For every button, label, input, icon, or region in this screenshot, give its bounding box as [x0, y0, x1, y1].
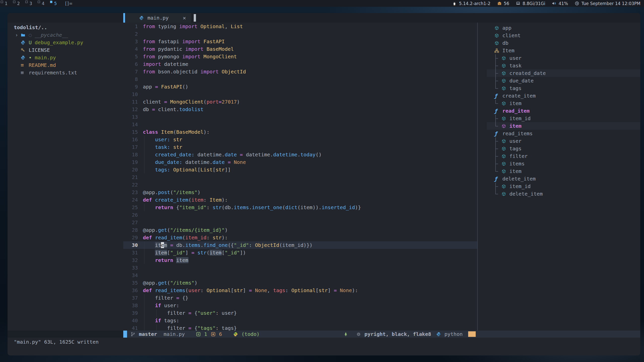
- file-row-main-py[interactable]: •main.py: [8, 54, 123, 61]
- symbol-client[interactable]: client: [478, 32, 640, 39]
- symbol-user[interactable]: user: [478, 54, 640, 62]
- variable-icon: [501, 139, 509, 144]
- code-line-37[interactable]: 37 filter = {}: [123, 294, 477, 302]
- symbol-Item[interactable]: Item: [478, 47, 640, 54]
- code-token: ):: [222, 235, 228, 241]
- code-line-15[interactable]: 15class Item(BaseModel):: [123, 128, 477, 136]
- code-line-32[interactable]: 32 return item: [123, 256, 477, 264]
- statusline-symbols: [477, 331, 640, 338]
- code-line-33[interactable]: 33: [123, 264, 477, 272]
- workspace-4[interactable]: 4: [37, 0, 49, 7]
- code-line-34[interactable]: 34: [123, 272, 477, 279]
- file-row-requirements-txt[interactable]: ≡requirements.txt: [8, 69, 123, 76]
- symbol-tags[interactable]: tags: [478, 145, 640, 152]
- symbol-user[interactable]: user: [478, 137, 640, 145]
- code-line-36[interactable]: 36def read_items(user: Optional[str] = N…: [123, 287, 477, 294]
- code-line-20[interactable]: 20 tags: Optional[List[str]]: [123, 166, 477, 173]
- workspace-3[interactable]: 3: [25, 0, 37, 7]
- line-number: 1: [123, 23, 138, 30]
- line-number: 5: [123, 53, 138, 60]
- tab-main-py[interactable]: main.py ×: [125, 13, 191, 23]
- symbol-create_item[interactable]: ƒcreate_item: [478, 92, 640, 100]
- code-line-17[interactable]: 17 task: str: [123, 143, 477, 151]
- tree-connector: [494, 62, 501, 69]
- code-line-14[interactable]: 14: [123, 121, 477, 128]
- code-line-40[interactable]: 40 if tags:: [123, 317, 477, 324]
- variable-icon: [501, 146, 509, 151]
- code-editor[interactable]: 1from typing import Optional, List23from…: [123, 23, 477, 331]
- code-line-21[interactable]: 21: [123, 173, 477, 181]
- code-token: (): [182, 84, 188, 90]
- variable-icon: [494, 26, 502, 30]
- symbol-app[interactable]: app: [478, 24, 640, 32]
- code-line-28[interactable]: 28@app.get("/items/{item_id}"): [123, 226, 477, 234]
- code-line-25[interactable]: 25 return {"item_id": str(db.items.inser…: [123, 204, 477, 211]
- tab-close-icon[interactable]: ×: [183, 15, 186, 21]
- file-row-readme-md[interactable]: ≡README.md: [8, 61, 123, 69]
- line-number: 22: [123, 181, 138, 189]
- symbol-delete_item[interactable]: delete_item: [478, 190, 640, 198]
- code-line-1[interactable]: 1from typing import Optional, List: [123, 23, 477, 30]
- symbol-item[interactable]: item: [478, 167, 640, 175]
- file-tree-root[interactable]: todolist/..: [8, 24, 123, 31]
- code-line-35[interactable]: 35@app.get("/items"): [123, 279, 477, 287]
- symbol-filter[interactable]: filter: [478, 152, 640, 160]
- symbol-delete_item[interactable]: ƒdelete_item: [478, 175, 640, 183]
- code-line-13[interactable]: 13: [123, 113, 477, 121]
- workspace-1[interactable]: 1: [0, 0, 12, 7]
- symbol-read_item[interactable]: ƒread_item: [478, 107, 640, 115]
- code-line-30[interactable]: 30 item = db.items.find_one({"_id": Obje…: [123, 241, 477, 249]
- code-line-31[interactable]: 31 item["_id"] = str(item["_id"]): [123, 249, 477, 256]
- git-branch-name[interactable]: master: [139, 331, 157, 337]
- code-token: ({: [228, 242, 234, 248]
- symbol-due_date[interactable]: due_date: [478, 77, 640, 84]
- symbol-items[interactable]: items: [478, 160, 640, 167]
- code-text: if tags:: [143, 317, 477, 324]
- code-line-22[interactable]: 22: [123, 181, 477, 189]
- code-line-10[interactable]: 10: [123, 90, 477, 98]
- code-line-24[interactable]: 24def create_item(item: Item):: [123, 196, 477, 204]
- code-token: fastapi: [155, 38, 182, 44]
- code-line-6[interactable]: 6import datetime: [123, 60, 477, 68]
- file-row--pycache-[interactable]: ›◌__pycache__: [8, 31, 123, 39]
- code-line-5[interactable]: 5from pymongo import MongoClient: [123, 53, 477, 60]
- code-token: import: [182, 38, 200, 44]
- symbol-read_items[interactable]: ƒread_items: [478, 130, 640, 137]
- symbol-item[interactable]: item: [478, 122, 640, 130]
- code-line-39[interactable]: 39 filter = {"user": user}: [123, 309, 477, 317]
- line-number: 21: [123, 173, 138, 181]
- code-line-26[interactable]: 26: [123, 211, 477, 219]
- code-line-29[interactable]: 29def read_item(item_id: str):: [123, 234, 477, 241]
- code-line-3[interactable]: 3from fastapi import FastAPI: [123, 38, 477, 45]
- code-line-41[interactable]: 41 filter = {"tags": tags}: [123, 324, 477, 331]
- code-line-11[interactable]: 11client = MongoClient(port=27017): [123, 98, 477, 106]
- function-icon: ƒ: [494, 108, 502, 114]
- variable-icon: [501, 116, 509, 121]
- code-line-27[interactable]: 27: [123, 219, 477, 226]
- tree-connector: [494, 137, 501, 145]
- code-line-12[interactable]: 12db = client.todolist: [123, 106, 477, 113]
- code-line-19[interactable]: 19 due_date: datetime.date = None: [123, 158, 477, 166]
- symbol-item_id[interactable]: item_id: [478, 183, 640, 190]
- code-line-4[interactable]: 4from pydantic import BaseModel: [123, 45, 477, 53]
- code-token: ): [194, 280, 197, 286]
- symbol-db[interactable]: db: [478, 39, 640, 47]
- symbol-created_date[interactable]: created_date: [478, 69, 640, 77]
- code-line-16[interactable]: 16 user: str: [123, 136, 477, 143]
- code-line-23[interactable]: 23@app.post("/items"): [123, 189, 477, 196]
- symbol-tags[interactable]: tags: [478, 84, 640, 92]
- file-row-debug-example-py[interactable]: Udebug_example.py: [8, 39, 123, 46]
- code-line-18[interactable]: 18 created_date: datetime.date = datetim…: [123, 151, 477, 158]
- symbol-item[interactable]: item: [478, 100, 640, 107]
- code-line-9[interactable]: 9app = FastAPI(): [123, 83, 477, 90]
- symbol-item_id[interactable]: item_id: [478, 115, 640, 122]
- workspace-2[interactable]: 2: [12, 0, 25, 7]
- code-line-8[interactable]: 8: [123, 75, 477, 83]
- workspace-5[interactable]: 5: [49, 0, 62, 7]
- code-line-38[interactable]: 38 if user:: [123, 302, 477, 309]
- file-row-license[interactable]: LICENSE: [8, 46, 123, 54]
- symbol-task[interactable]: task: [478, 62, 640, 69]
- code-line-2[interactable]: 2: [123, 30, 477, 38]
- code-line-7[interactable]: 7from bson.objectid import ObjectId: [123, 68, 477, 75]
- tabline-offset: [8, 13, 123, 23]
